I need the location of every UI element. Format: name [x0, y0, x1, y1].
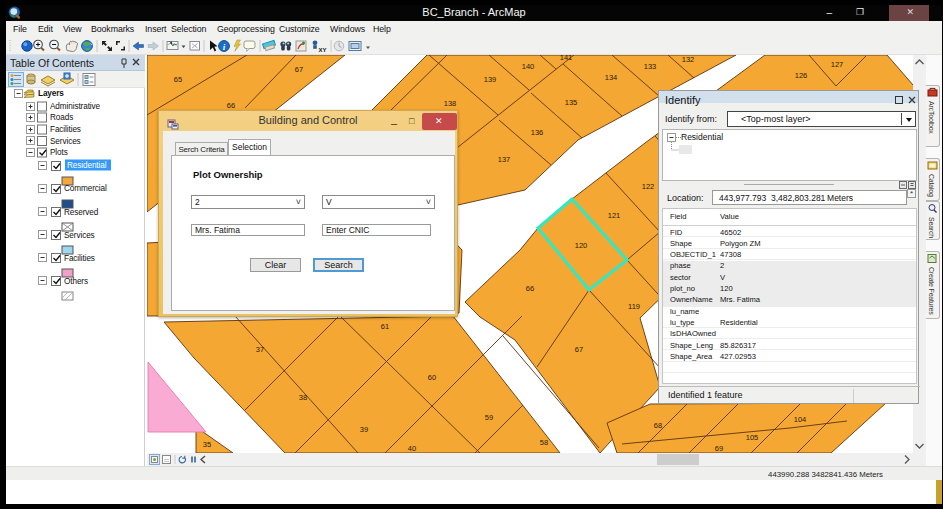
- svg-text:67: 67: [575, 345, 583, 354]
- svg-text:35: 35: [203, 440, 211, 449]
- svg-text:59: 59: [485, 413, 493, 422]
- svg-text:61: 61: [381, 322, 389, 331]
- svg-text:140: 140: [522, 62, 535, 71]
- svg-text:127: 127: [831, 60, 844, 69]
- svg-text:139: 139: [484, 75, 497, 84]
- svg-text:38: 38: [299, 393, 307, 402]
- svg-text:141: 141: [560, 55, 573, 62]
- svg-text:138: 138: [444, 99, 457, 108]
- svg-text:136: 136: [531, 128, 544, 137]
- svg-text:134: 134: [605, 73, 618, 82]
- svg-text:132: 132: [682, 55, 695, 64]
- svg-text:133: 133: [644, 62, 657, 71]
- svg-text:121: 121: [608, 211, 621, 220]
- svg-text:135: 135: [565, 98, 578, 107]
- svg-text:40: 40: [408, 444, 416, 453]
- svg-text:126: 126: [795, 71, 808, 80]
- svg-text:69: 69: [715, 444, 723, 453]
- svg-text:60: 60: [428, 373, 436, 382]
- svg-text:122: 122: [642, 182, 655, 191]
- svg-text:137: 137: [498, 155, 511, 164]
- svg-text:39: 39: [360, 425, 368, 434]
- svg-text:120: 120: [575, 241, 588, 250]
- svg-text:66: 66: [227, 101, 235, 110]
- svg-text:67: 67: [295, 65, 303, 74]
- svg-text:65: 65: [174, 75, 182, 84]
- svg-text:XY: XY: [319, 47, 327, 53]
- svg-text:66: 66: [526, 284, 534, 293]
- svg-text:119: 119: [628, 302, 640, 311]
- svg-text:58: 58: [540, 438, 548, 447]
- svg-text:68: 68: [654, 421, 662, 430]
- svg-text:37: 37: [256, 345, 264, 354]
- svg-text:105: 105: [746, 433, 759, 442]
- svg-text:104: 104: [794, 415, 807, 424]
